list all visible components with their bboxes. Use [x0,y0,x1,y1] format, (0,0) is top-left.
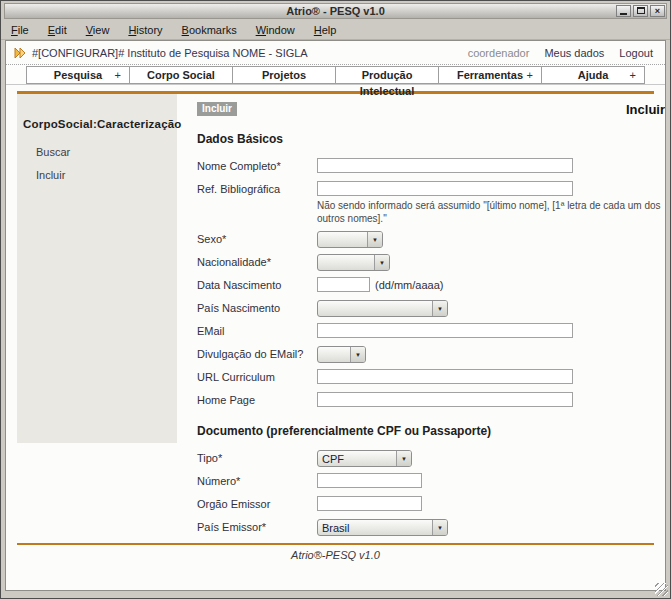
nome-completo-input[interactable] [317,158,573,173]
form-row: Sexo* ▼ [197,231,665,248]
ref-control: Não sendo informado será assumido "[últi… [317,181,665,225]
page-footer: Atrio®-PESQ v1.0 [17,543,654,563]
page-title: Incluir [626,102,665,117]
tab-ferramentas[interactable]: Ferramentas + [438,66,542,84]
menu-window[interactable]: Window [256,24,295,36]
sidebar-title: CorpoSocial:Caracterização [23,118,171,130]
main-top-row: Incluir Incluir [197,102,665,117]
tab-label: Pesquisa [54,69,102,81]
sexo-select[interactable]: ▼ [317,231,383,248]
footer-version-text: Atrio®-PESQ v1.0 [291,549,380,561]
close-icon: × [655,6,660,16]
tab-label: Ferramentas [457,69,523,81]
form-row: Nacionalidade* ▼ [197,254,665,271]
window-title: Atrio® - PESQ v1.0 [5,5,666,17]
menu-bookmarks[interactable]: Bookmarks [182,24,237,36]
ref-bibliografica-label: Ref. Bibliográfica [197,181,317,195]
header-right: coordenador Meus dados Logout [468,47,653,59]
sidebar-item-incluir[interactable]: Incluir [36,169,171,181]
form-row: Data Nascimento (dd/mm/aaaa) [197,277,665,294]
tab-label: Projetos [262,69,306,81]
menu-file[interactable]: File [11,24,29,36]
menu-history[interactable]: History [128,24,162,36]
browser-viewport: #[CONFIGURAR]# Instituto de Pesquisa NOM… [5,40,666,591]
numero-label: Número* [197,473,317,487]
ref-bibliografica-input[interactable] [317,181,573,196]
menu-bar: File Edit View History Bookmarks Window … [1,20,670,40]
maximize-button[interactable] [633,5,648,17]
tab-ajuda[interactable]: Ajuda + [541,66,645,84]
plus-icon[interactable]: + [630,67,636,83]
tab-producao-intelectual[interactable]: Produção Intelectual [335,66,439,84]
url-curriculum-label: URL Curriculum [197,369,317,383]
chevron-down-icon: ▼ [432,301,447,316]
tipo-select-value: CPF [318,451,396,466]
email-label: EMail [197,323,317,337]
plus-icon[interactable]: + [527,67,533,83]
plus-icon[interactable]: + [115,67,121,83]
pais-nascimento-select[interactable]: ▼ [317,300,448,317]
sexo-select-value [318,232,367,247]
form-row: Orgão Emissor [197,496,665,513]
minimize-button[interactable] [616,5,631,17]
form-row: Home Page [197,392,665,409]
nav-tabstrip: Pesquisa + Corpo Social Projetos Produçã… [6,64,665,85]
home-page-input[interactable] [317,392,573,407]
section-title-documento: Documento (preferencialmente CPF ou Pass… [197,424,665,438]
pais-emissor-label: País Emissor* [197,519,317,533]
menu-view[interactable]: View [86,24,110,36]
tab-label: Produção Intelectual [360,69,414,97]
resize-grip[interactable] [655,583,668,596]
double-arrow-icon [14,47,27,59]
sexo-label: Sexo* [197,231,317,245]
nome-completo-label: Nome Completo* [197,158,317,172]
main-panel: Incluir Incluir Dados Básicos Nome Compl… [197,94,665,543]
chevron-down-icon: ▼ [432,520,447,535]
nacionalidade-select[interactable]: ▼ [317,254,390,271]
meus-dados-link[interactable]: Meus dados [544,47,604,59]
form-row: Nome Completo* [197,158,665,175]
app-window: Atrio® - PESQ v1.0 × File Edit View Hist… [0,0,671,599]
sidebar: CorpoSocial:Caracterização Buscar Inclui… [17,94,177,443]
ref-bibliografica-hint: Não sendo informado será assumido "[últi… [317,199,665,225]
nacionalidade-label: Nacionalidade* [197,254,317,268]
form-row: URL Curriculum [197,369,665,386]
orgao-emissor-input[interactable] [317,496,422,511]
chevron-down-icon: ▼ [396,451,411,466]
pais-emissor-select[interactable]: Brasil ▼ [317,519,448,536]
url-curriculum-input[interactable] [317,369,573,384]
tab-label: Ajuda [578,69,609,81]
menu-edit[interactable]: Edit [48,24,67,36]
orgao-emissor-label: Orgão Emissor [197,496,317,510]
incluir-tab-badge[interactable]: Incluir [197,102,237,116]
window-controls: × [616,5,665,17]
data-nascimento-input[interactable] [317,277,370,292]
divulgacao-email-select-value [318,347,350,362]
data-nascimento-format-hint: (dd/mm/aaaa) [375,277,443,291]
form-row: Divulgação do EMail? ▼ [197,346,665,363]
tab-pesquisa[interactable]: Pesquisa + [26,66,130,84]
pais-nascimento-select-value [318,301,432,316]
tipo-label: Tipo* [197,450,317,464]
home-page-label: Home Page [197,392,317,406]
title-bar: Atrio® - PESQ v1.0 × [4,3,667,19]
form-row: Ref. Bibliográfica Não sendo informado s… [197,181,665,225]
page-body: CorpoSocial:Caracterização Buscar Inclui… [6,85,665,590]
numero-input[interactable] [317,473,422,488]
data-nascimento-label: Data Nascimento [197,277,317,291]
form-row: EMail [197,323,665,340]
logout-link[interactable]: Logout [619,47,653,59]
sidebar-item-buscar[interactable]: Buscar [36,146,171,158]
tab-corpo-social[interactable]: Corpo Social [129,66,233,84]
minimize-icon [620,13,627,15]
menu-help[interactable]: Help [314,24,337,36]
pais-nascimento-label: País Nascimento [197,300,317,314]
close-button[interactable]: × [650,5,665,17]
pais-emissor-select-value: Brasil [318,520,432,535]
form-row: País Nascimento ▼ [197,300,665,317]
divulgacao-email-select[interactable]: ▼ [317,346,366,363]
content-area: CorpoSocial:Caracterização Buscar Inclui… [17,91,654,543]
tab-projetos[interactable]: Projetos [232,66,336,84]
tipo-select[interactable]: CPF ▼ [317,450,412,467]
email-input[interactable] [317,323,573,338]
